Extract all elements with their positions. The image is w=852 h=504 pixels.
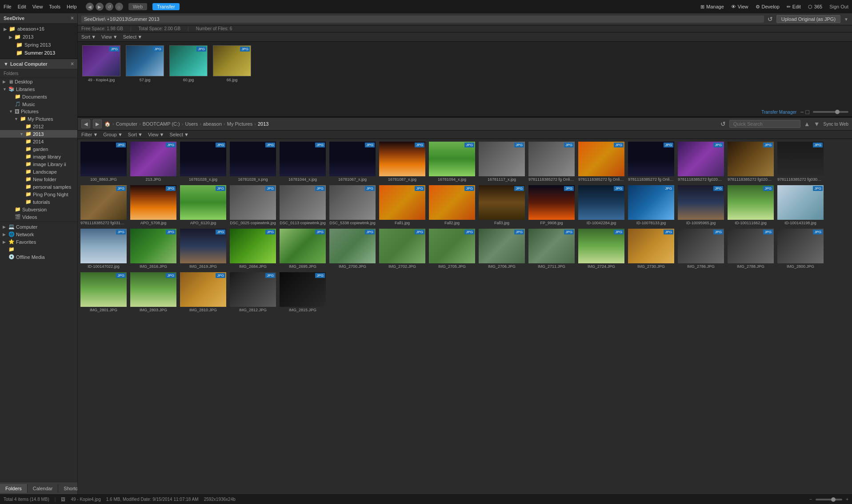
tree-node-my-pictures[interactable]: ▼ 📁 My Pictures: [0, 115, 77, 123]
local-refresh-button[interactable]: ↺: [720, 120, 726, 127]
seedrive-close-button[interactable]: ×: [71, 15, 74, 21]
local-file-thumb[interactable]: JPG16781117_x.jpg: [478, 141, 526, 183]
zoom-in-icon[interactable]: +: [846, 497, 848, 502]
upload-original-button[interactable]: Upload Original (as JPG): [776, 15, 840, 23]
status-zoom-slider[interactable]: [816, 499, 842, 500]
local-file-thumb[interactable]: JPGIMG_2810.JPG: [179, 271, 227, 313]
tree-node-computer[interactable]: ▶ 💻 Computer: [0, 223, 77, 230]
local-file-thumb[interactable]: JPGIMG_2700.JPG: [328, 228, 376, 270]
tab-calendar[interactable]: Calendar: [28, 484, 59, 493]
tree-item-2013[interactable]: ▶ 📁 2013: [0, 33, 77, 41]
local-file-thumb[interactable]: JPG9781118385272 fg0206.jpg: [677, 141, 725, 183]
local-file-thumb[interactable]: JPG16781028_x.jpg: [179, 141, 227, 183]
local-file-thumb[interactable]: JPG9781118385272 fg Online 1...: [627, 141, 675, 183]
seedrive-file-thumb[interactable]: JPG 66.jpg: [212, 45, 252, 82]
local-file-thumb[interactable]: JPGDSC_5338 copiewtmk.jpg: [328, 184, 376, 226]
breadcrumb-abeason[interactable]: abeason: [203, 121, 222, 127]
local-file-thumb[interactable]: JPGIMG_2724.JPG: [577, 228, 625, 270]
back-button[interactable]: ◀: [86, 3, 94, 11]
local-file-thumb[interactable]: JPGDSC_0113 copiewtmk.jpg: [279, 184, 327, 226]
local-file-thumb[interactable]: JPGFP_9908.jpg: [528, 184, 576, 226]
local-file-thumb[interactable]: JPG9781118385272 fg0312.jpg: [80, 184, 128, 226]
maximize-arrow[interactable]: □: [806, 108, 809, 115]
tree-node-subversion[interactable]: 📁 Subversion: [0, 206, 77, 213]
local-file-thumb[interactable]: JPGIMG_2730.JPG: [627, 228, 675, 270]
seedrive-select-button[interactable]: Select ▼: [123, 34, 142, 40]
tree-node-garden[interactable]: 📁 garden: [0, 145, 77, 153]
menu-help[interactable]: Help: [67, 4, 77, 9]
view-button[interactable]: View ▼: [148, 132, 164, 137]
local-file-thumb[interactable]: JPGAPO_6120.jpg: [179, 184, 227, 226]
transfer-manager-link[interactable]: Transfer Manager: [761, 110, 796, 115]
local-file-thumb[interactable]: JPGFall2.jpg: [428, 184, 476, 226]
tree-node-documents[interactable]: 📁 Documents: [0, 93, 77, 100]
zoom-slider[interactable]: [813, 111, 848, 113]
local-file-thumb[interactable]: JPGIMG_2800.JPG: [776, 228, 824, 270]
local-file-thumb[interactable]: JPG9781118385272 fg0207.jpg: [727, 141, 775, 183]
seedrive-file-thumb[interactable]: JPG 57.jpg: [125, 45, 165, 82]
group-button[interactable]: Group ▼: [103, 132, 122, 137]
view-tool[interactable]: 👁 View: [731, 4, 748, 9]
local-forward-button[interactable]: ▶: [93, 119, 102, 128]
local-file-thumb[interactable]: JPGID-100147022.jpg: [80, 228, 128, 270]
down-arrow[interactable]: ▼: [814, 120, 820, 127]
seedrive-view-button[interactable]: View ▼: [101, 34, 118, 40]
web-tab[interactable]: Web: [128, 3, 147, 10]
local-file-thumb[interactable]: JPGIMG_2684.JPG: [229, 228, 277, 270]
local-file-thumb[interactable]: JPGIMG_2788.JPG: [727, 228, 775, 270]
tab-folders[interactable]: Folders: [0, 484, 28, 493]
breadcrumb-users[interactable]: Users: [185, 121, 198, 127]
local-file-thumb[interactable]: JPGIMG_2812.JPG: [229, 271, 277, 313]
tree-node-landscape[interactable]: 📁 Landscape: [0, 168, 77, 175]
local-file-thumb[interactable]: JPG9781118385272 fg0306.jpg: [776, 141, 824, 183]
local-file-thumb[interactable]: JPG213.JPG: [129, 141, 177, 183]
breadcrumb-computer[interactable]: Computer: [116, 121, 137, 127]
local-file-thumb[interactable]: JPGIMG_2702.JPG: [378, 228, 426, 270]
menu-edit[interactable]: Edit: [18, 4, 26, 9]
tree-node-2012[interactable]: 📁 2012: [0, 123, 77, 130]
o365-tool[interactable]: ⬡ 365: [808, 4, 822, 10]
local-file-thumb[interactable]: JPG16781028_x.png: [229, 141, 277, 183]
seedrive-sort-button[interactable]: Sort ▼: [81, 34, 96, 40]
local-file-thumb[interactable]: JPG16781044_x.jpg: [279, 141, 327, 183]
refresh-button[interactable]: ↺: [105, 3, 113, 11]
up-arrow[interactable]: ▲: [804, 120, 810, 127]
develop-tool[interactable]: ⚙ Develop: [756, 4, 780, 10]
tree-node-pictures[interactable]: ▼ 🖼 Pictures: [0, 108, 77, 115]
quick-search-input[interactable]: [729, 120, 800, 128]
home-button[interactable]: ⌂: [115, 3, 123, 11]
local-file-thumb[interactable]: JPGIMG_2619.JPG: [179, 228, 227, 270]
tree-node-2013[interactable]: ▼ 📁 2013: [0, 130, 77, 138]
tree-item-abeason[interactable]: ▶ 📁 abeason+16: [0, 25, 77, 33]
tree-node-ping-pong[interactable]: 📁 Ping Pong Night: [0, 190, 77, 198]
sign-out-link[interactable]: Sign Out: [829, 4, 848, 9]
menu-file[interactable]: File: [4, 4, 12, 9]
tree-node-videos[interactable]: 🎬 Videos: [0, 213, 77, 221]
seedrive-refresh-button[interactable]: ↺: [768, 16, 773, 23]
tree-node-libraries[interactable]: ▼ 📚 Libraries: [0, 85, 77, 93]
tree-node-2014[interactable]: 📁 2014: [0, 138, 77, 145]
tree-node-unnamed[interactable]: 📁: [0, 246, 77, 253]
tree-node-image-library-ii[interactable]: 📁 image Library ii: [0, 160, 77, 168]
tree-node-desktop[interactable]: ▶ 🖥 Desktop: [0, 78, 77, 85]
local-file-thumb[interactable]: JPGIMG_2695.JPG: [279, 228, 327, 270]
tree-node-favorites[interactable]: ▶ ⭐ Favorites: [0, 238, 77, 246]
tree-node-music[interactable]: 🎵 Music: [0, 100, 77, 108]
local-file-thumb[interactable]: JPGID-10042284.jpg: [577, 184, 625, 226]
breadcrumb-my-pictures[interactable]: My Pictures: [227, 121, 252, 127]
local-close-button[interactable]: ×: [71, 61, 74, 67]
local-file-thumb[interactable]: JPGIMG_2711.JPG: [528, 228, 576, 270]
edit-tool[interactable]: ✏ Edit: [787, 4, 801, 10]
tree-item-spring2013[interactable]: 📁 Spring 2013: [0, 41, 77, 49]
local-file-thumb[interactable]: JPG9781118385272 fg Online 0...: [528, 141, 576, 183]
seedrive-file-thumb[interactable]: JPG 49 - Kopie4.jpg: [81, 45, 121, 82]
seedrive-file-thumb[interactable]: JPG 60.jpg: [168, 45, 208, 82]
filter-button[interactable]: Filter ▼: [81, 132, 98, 137]
local-file-thumb[interactable]: JPG16781087_x.jpg: [378, 141, 426, 183]
local-file-thumb[interactable]: JPGIMG_2706.JPG: [478, 228, 526, 270]
local-file-thumb[interactable]: JPG16781067_x.jpg: [328, 141, 376, 183]
local-file-thumb[interactable]: JPG9781118385272 fg Online 1...: [577, 141, 625, 183]
tree-node-personal-samples[interactable]: 📁 personal samples: [0, 183, 77, 190]
local-file-thumb[interactable]: JPGIMG_2803.JPG: [129, 271, 177, 313]
tree-node-offline-media[interactable]: 💿 Offline Media: [0, 253, 77, 261]
